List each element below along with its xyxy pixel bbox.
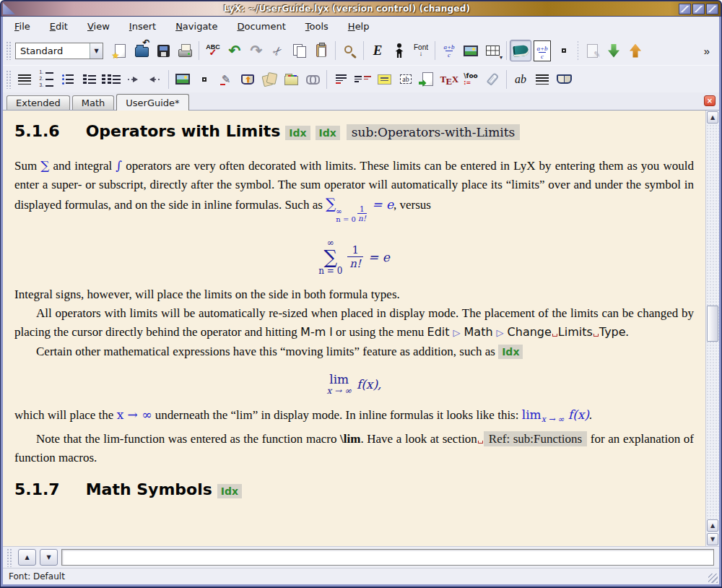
maximize-button[interactable] (692, 4, 705, 14)
close-window-button[interactable] (706, 4, 718, 14)
insert-citation-button[interactable] (237, 69, 258, 90)
dashed-box-icon: ab (400, 74, 411, 84)
spellcheck-button[interactable]: ABC ✓ (202, 40, 224, 61)
menu-navigate[interactable]: Navigate (175, 21, 217, 32)
insert-label-button[interactable]: ✎ (215, 69, 237, 90)
close-tab-button[interactable]: × (704, 95, 716, 106)
menu-view[interactable]: View (87, 21, 110, 32)
index-inset-badge[interactable]: Idx (285, 126, 310, 140)
check-in-button[interactable] (603, 40, 625, 61)
include-file-button[interactable] (417, 69, 438, 90)
paragraph-settings-button[interactable] (14, 69, 35, 90)
open-document-button[interactable]: ↶ (131, 40, 152, 61)
paste-button[interactable] (310, 40, 332, 61)
toolbar-overflow-button[interactable]: » (696, 40, 718, 61)
insert-table-float-button[interactable] (193, 69, 215, 90)
index-inset-badge[interactable]: Idx (498, 345, 523, 359)
display-formula-sum[interactable]: ∞∑n = 0 1n! = e (14, 233, 694, 275)
paragraph-layout-button[interactable] (531, 69, 553, 90)
noun-style-button[interactable] (388, 40, 410, 61)
print-button[interactable] (174, 40, 196, 61)
table-panel-button[interactable] (553, 40, 575, 61)
inline-math-lim-function[interactable]: limx → ∞ f(x) (522, 407, 589, 422)
undo-button[interactable]: ↶ (224, 40, 245, 61)
find-replace-button[interactable] (339, 40, 360, 61)
description-environment-button[interactable] (100, 69, 122, 90)
tab-userguide[interactable]: UserGuide* (116, 94, 188, 111)
menu-tools[interactable]: Tools (305, 21, 329, 32)
vertical-scrollbar[interactable]: ▲ ▲ ▼ (705, 111, 719, 546)
insert-index-entry-button[interactable] (258, 69, 280, 90)
inline-math-sum-symbol[interactable]: ∑ (40, 158, 49, 173)
inline-math-limit-expr[interactable]: x → ∞ (117, 407, 152, 422)
title-bar[interactable]: LyX: ~/UserGuide.lyx (version control) (… (1, 1, 721, 17)
cut-button[interactable]: ✂ (267, 40, 289, 61)
index-inset-badge[interactable]: Idx (217, 484, 242, 498)
menu-edit[interactable]: Edit (50, 21, 68, 32)
history-down-button[interactable]: ▼ (40, 549, 58, 566)
insert-footnote-button[interactable] (330, 69, 352, 90)
emphasis-button[interactable]: E (367, 40, 388, 61)
menu-document[interactable]: Document (237, 21, 285, 32)
font-dialog-button[interactable]: Font ↓ (410, 40, 432, 61)
inline-math-formula[interactable]: ∑∞n = 01n! = e (326, 197, 393, 212)
resize-grip[interactable] (708, 574, 718, 583)
insert-marginal-note-button[interactable] (352, 69, 373, 90)
scrollbar-thumb[interactable] (707, 306, 718, 342)
lyx-window: LyX: ~/UserGuide.lyx (version control) (… (0, 0, 722, 588)
insert-note-button[interactable] (373, 69, 395, 90)
display-formula-lim[interactable]: limx → ∞ f(x), (14, 371, 694, 395)
insert-figure-float-button[interactable] (172, 69, 193, 90)
index-inset-badge[interactable]: Idx (316, 126, 340, 140)
document-canvas[interactable]: 5.1.6 Operators with Limits Idx Idx sub:… (3, 111, 705, 546)
insert-hyperlink-button[interactable] (302, 69, 323, 90)
thesaurus-button[interactable] (553, 69, 575, 90)
insert-math-macro-button[interactable]: \foo := (460, 69, 482, 90)
menu-insert[interactable]: Insert (129, 21, 156, 32)
protected-space-marker (593, 334, 599, 337)
insert-box-button[interactable]: ab (395, 69, 417, 90)
math-panel-button[interactable]: a+bc (531, 40, 553, 61)
command-buffer-input[interactable] (61, 549, 714, 566)
itemize-list-button[interactable] (57, 69, 79, 90)
insert-nomenclature-button[interactable] (280, 69, 302, 90)
toolbar-drag-handle[interactable] (6, 70, 11, 89)
menu-file[interactable]: File (14, 21, 30, 32)
combobox-arrow-icon[interactable]: ▼ (90, 43, 103, 59)
redo-button[interactable]: ↷ (245, 40, 267, 61)
scroll-up-button-bottom[interactable]: ▲ (707, 519, 718, 532)
scrollbar-track[interactable] (706, 124, 719, 519)
increase-depth-button[interactable] (122, 69, 144, 90)
section-label-inset[interactable]: sub:Operators-with-Limits (347, 124, 520, 140)
toggle-outline-button[interactable] (510, 40, 531, 61)
status-text: Font: Default (9, 571, 65, 581)
tab-extended[interactable]: Extended (6, 95, 70, 110)
insert-graphics-button[interactable] (460, 40, 482, 61)
minimize-button[interactable] (679, 4, 691, 14)
version-control-register-button[interactable]: ✎ (581, 40, 603, 61)
decrease-depth-button[interactable] (144, 69, 165, 90)
toolbar-drag-handle[interactable] (6, 548, 12, 567)
history-up-button[interactable]: ▲ (18, 549, 36, 566)
new-document-button[interactable]: ★ (109, 40, 131, 61)
scroll-up-button[interactable]: ▲ (707, 111, 718, 124)
check-out-button[interactable] (625, 40, 646, 61)
enumerate-list-button[interactable]: 1. 2. 3. (35, 69, 57, 90)
scroll-down-button[interactable]: ▼ (707, 533, 718, 545)
window-menu-icon[interactable] (3, 3, 15, 14)
tab-math[interactable]: Math (72, 95, 115, 110)
save-button[interactable] (152, 40, 174, 61)
character-style-button[interactable]: ab (510, 69, 531, 90)
insert-table-button[interactable]: ▾ (482, 40, 503, 61)
attach-file-button[interactable] (482, 69, 503, 90)
list-environment-button[interactable] (79, 69, 100, 90)
insert-tex-code-button[interactable]: TEX (438, 69, 460, 90)
menu-help[interactable]: Help (348, 21, 370, 32)
insert-math-button[interactable]: a+b c (438, 40, 460, 61)
copy-button[interactable] (289, 40, 310, 61)
toolbar-drag-handle[interactable] (6, 41, 11, 60)
cross-reference-inset[interactable]: Ref: sub:Functions (484, 431, 587, 446)
inline-math-integral-symbol[interactable]: ∫ (116, 158, 122, 173)
paragraph-style-combobox[interactable]: Standard ▼ (15, 43, 103, 59)
include-file-icon (422, 72, 433, 86)
